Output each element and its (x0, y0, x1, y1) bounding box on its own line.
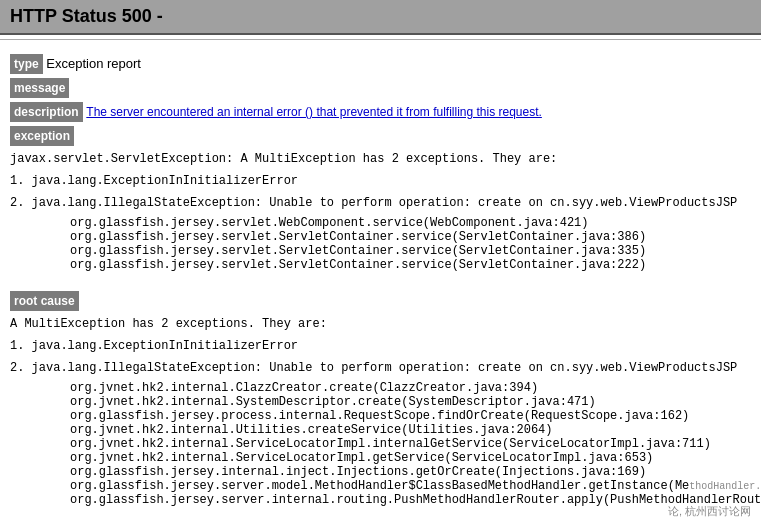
exception-section: exception (10, 126, 751, 146)
exception-stack-4: org.glassfish.jersey.servlet.ServletCont… (70, 258, 751, 272)
exception-label: exception (10, 126, 74, 146)
root-cause-intro: A MultiException has 2 exceptions. They … (10, 315, 751, 333)
root-stack-6: org.jvnet.hk2.internal.ServiceLocatorImp… (70, 451, 751, 465)
root-cause-label: root cause (10, 291, 79, 311)
exception-stack-3: org.glassfish.jersey.servlet.ServletCont… (70, 244, 751, 258)
exception-intro: javax.servlet.ServletException: A MultiE… (10, 150, 751, 168)
root-cause-item-2: 2. java.lang.IllegalStateException: Unab… (10, 359, 751, 377)
root-stack-4: org.jvnet.hk2.internal.Utilities.createS… (70, 423, 751, 437)
type-label: type (10, 54, 43, 74)
header-divider (0, 39, 761, 40)
page-title: HTTP Status 500 - (10, 6, 751, 27)
description-section: description The server encountered an in… (10, 102, 751, 122)
root-stack-8: org.glassfish.jersey.server.model.Method… (70, 479, 751, 493)
root-cause-item-1: 1. java.lang.ExceptionInInitializerError (10, 337, 751, 355)
root-stack-9: org.glassfish.jersey.server.internal.rou… (70, 493, 751, 507)
root-stack-5: org.jvnet.hk2.internal.ServiceLocatorImp… (70, 437, 751, 451)
type-value: Exception report (46, 56, 141, 71)
exception-item-1: 1. java.lang.ExceptionInInitializerError (10, 172, 751, 190)
type-section: type Exception report (10, 54, 751, 74)
root-stack-1: org.jvnet.hk2.internal.ClazzCreator.crea… (70, 381, 751, 395)
exception-stack-1: org.glassfish.jersey.servlet.WebComponen… (70, 216, 751, 230)
message-label: message (10, 78, 69, 98)
root-stack-2: org.jvnet.hk2.internal.SystemDescriptor.… (70, 395, 751, 409)
watermark: 论, 杭州西讨论网 (668, 504, 751, 519)
description-label: description (10, 102, 83, 122)
root-cause-section: root cause (10, 291, 751, 311)
exception-stacktrace: org.glassfish.jersey.servlet.WebComponen… (10, 216, 751, 272)
page-header: HTTP Status 500 - (0, 0, 761, 35)
root-stack-7: org.glassfish.jersey.internal.inject.Inj… (70, 465, 751, 479)
description-value: The server encountered an internal error… (86, 105, 542, 119)
root-cause-stacktrace: org.jvnet.hk2.internal.ClazzCreator.crea… (10, 381, 751, 507)
message-section: message (10, 78, 751, 98)
exception-item-2: 2. java.lang.IllegalStateException: Unab… (10, 194, 751, 212)
root-stack-3: org.glassfish.jersey.process.internal.Re… (70, 409, 751, 423)
main-content: type Exception report message descriptio… (0, 44, 761, 513)
exception-stack-2: org.glassfish.jersey.servlet.ServletCont… (70, 230, 751, 244)
